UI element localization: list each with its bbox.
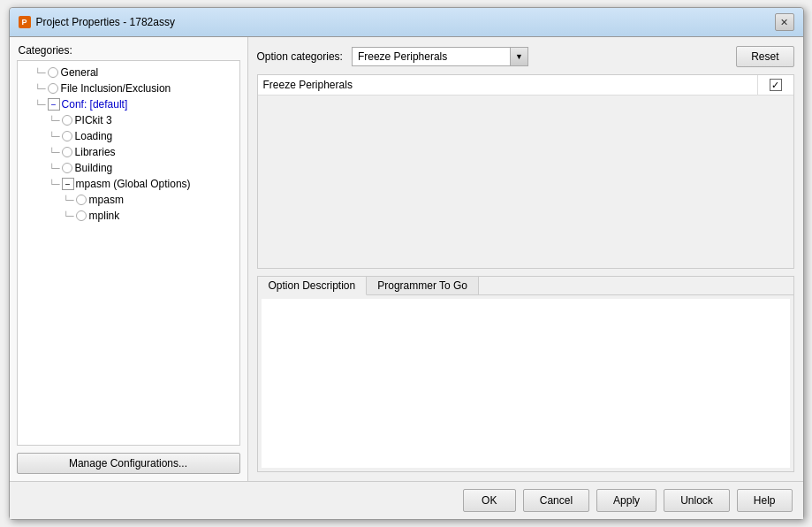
tree-connector: └─ xyxy=(64,195,74,205)
tree-label-pickit3: PICkit 3 xyxy=(75,114,112,126)
description-area: Option Description Programmer To Go xyxy=(257,276,794,472)
tree-item-general[interactable]: └─ General xyxy=(18,65,239,80)
node-icon xyxy=(48,83,58,94)
help-button[interactable]: Help xyxy=(737,489,793,512)
dialog-body: Categories: └─ General └─ File Inclusion… xyxy=(10,37,803,481)
tree-item-mplink[interactable]: └─ mplink xyxy=(18,208,239,224)
apply-button[interactable]: Apply xyxy=(596,489,656,512)
node-icon xyxy=(62,147,72,157)
node-icon xyxy=(76,195,87,205)
dialog-icon: P xyxy=(19,16,31,28)
tree-container: └─ General └─ File Inclusion/Exclusion └… xyxy=(17,60,240,446)
tree-label-mpasm-global: mpasm (Global Options) xyxy=(76,178,191,190)
categories-label: Categories: xyxy=(10,37,247,60)
node-icon xyxy=(48,67,58,78)
tab-option-description[interactable]: Option Description xyxy=(258,277,368,295)
right-panel: Option categories: Freeze Peripherals ▼ … xyxy=(248,37,803,481)
tree-item-file-inclusion[interactable]: └─ File Inclusion/Exclusion xyxy=(18,80,239,96)
tree-item-mpasm-global[interactable]: └─ − mpasm (Global Options) xyxy=(18,176,239,192)
tree-connector: └─ xyxy=(35,100,46,110)
node-icon xyxy=(62,115,72,126)
tree-label-building: Building xyxy=(75,162,113,174)
freeze-peripherals-checkbox[interactable] xyxy=(770,79,782,91)
tree-label-general: General xyxy=(61,66,99,79)
node-icon xyxy=(62,163,72,173)
tree-connector: └─ xyxy=(49,164,60,173)
title-bar-left: P Project Properties - 1782assy xyxy=(19,16,175,28)
option-name-cell: Freeze Peripherals xyxy=(258,75,758,95)
node-icon xyxy=(76,210,87,221)
ok-button[interactable]: OK xyxy=(463,489,516,512)
tree-label-file-inclusion: File Inclusion/Exclusion xyxy=(61,82,171,95)
tree-label-mplink: mplink xyxy=(89,210,120,222)
tree-item-building[interactable]: └─ Building xyxy=(18,160,239,176)
tree-connector: └─ xyxy=(49,179,60,189)
dropdown-arrow-icon[interactable]: ▼ xyxy=(510,48,527,65)
dialog-title: Project Properties - 1782assy xyxy=(36,16,175,28)
option-categories-value: Freeze Peripherals xyxy=(353,50,510,63)
tree-item-conf-default[interactable]: └─ − Conf: [default] xyxy=(18,96,239,112)
reset-button[interactable]: Reset xyxy=(736,46,793,67)
tree-connector: └─ xyxy=(49,148,60,157)
tree-label-mpasm: mpasm xyxy=(89,194,124,206)
tree-item-pickit3[interactable]: └─ PICkit 3 xyxy=(18,112,239,128)
tree-item-libraries[interactable]: └─ Libraries xyxy=(18,144,239,160)
tree-connector: └─ xyxy=(35,84,46,94)
manage-configurations-button[interactable]: Manage Configurations... xyxy=(17,453,240,474)
expand-icon-mpasm[interactable]: − xyxy=(62,178,74,190)
unlock-button[interactable]: Unlock xyxy=(664,489,730,512)
expand-icon-conf[interactable]: − xyxy=(48,98,60,111)
description-content xyxy=(262,299,790,468)
tree-item-mpasm[interactable]: └─ mpasm xyxy=(18,192,239,208)
node-icon xyxy=(62,131,72,141)
option-categories-dropdown[interactable]: Freeze Peripherals ▼ xyxy=(352,47,528,66)
tree-connector: └─ xyxy=(64,211,74,221)
project-properties-dialog: P Project Properties - 1782assy ✕ Catego… xyxy=(9,7,804,520)
close-button[interactable]: ✕ xyxy=(775,13,794,31)
option-value-cell[interactable] xyxy=(758,75,793,95)
option-categories-row: Option categories: Freeze Peripherals ▼ … xyxy=(257,46,794,67)
bottom-bar: OK Cancel Apply Unlock Help xyxy=(10,481,803,519)
tab-programmer-to-go[interactable]: Programmer To Go xyxy=(367,277,479,294)
tree-connector: └─ xyxy=(49,116,60,126)
table-row: Freeze Peripherals xyxy=(258,75,793,95)
left-panel: Categories: └─ General └─ File Inclusion… xyxy=(10,37,248,481)
tree-connector: └─ xyxy=(49,132,60,141)
tree-label-libraries: Libraries xyxy=(75,146,116,158)
tree-item-loading[interactable]: └─ Loading xyxy=(18,128,239,144)
tree-label-loading: Loading xyxy=(75,130,113,142)
options-table: Freeze Peripherals xyxy=(257,74,794,269)
tree-connector: └─ xyxy=(35,68,46,78)
tree-label-conf-default: Conf: [default] xyxy=(62,98,128,111)
description-tabs: Option Description Programmer To Go xyxy=(258,277,793,295)
option-categories-label: Option categories: xyxy=(257,50,343,63)
title-bar: P Project Properties - 1782assy ✕ xyxy=(10,8,803,37)
cancel-button[interactable]: Cancel xyxy=(523,489,589,512)
